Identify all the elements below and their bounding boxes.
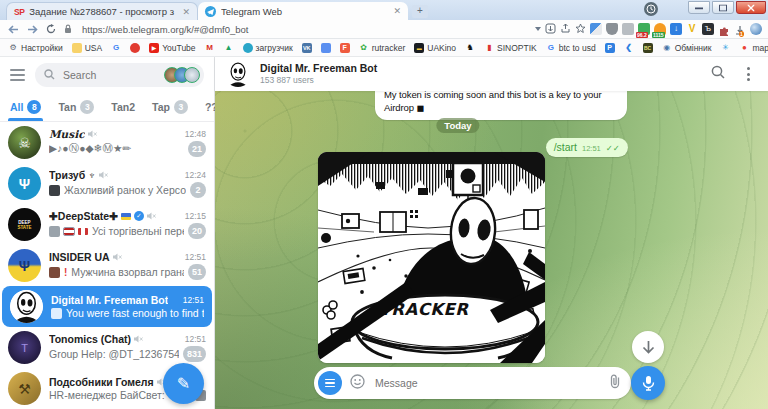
- clipboard-extension-icon[interactable]: [622, 23, 634, 35]
- translate-extension-icon[interactable]: [590, 23, 602, 35]
- drive-icon: ▲: [224, 43, 234, 53]
- emoji-icon[interactable]: [350, 374, 365, 393]
- bookmark-sinoptik[interactable]: ▮ SINOPTIK: [484, 43, 537, 53]
- bookmark-google[interactable]: G: [111, 43, 121, 53]
- avatar: [10, 290, 43, 323]
- menu-hamburger-icon[interactable]: [10, 69, 25, 81]
- lock-icon[interactable]: [64, 24, 72, 34]
- maximize-button[interactable]: [712, 1, 734, 14]
- chat-wallpaper: My token is coming soon and this bot is …: [215, 91, 768, 409]
- b-extension-icon[interactable]: Ъ: [702, 23, 714, 35]
- bookmark-f[interactable]: F: [340, 43, 350, 53]
- stories-avatars[interactable]: [164, 67, 200, 83]
- address-bar: https://web.telegram.org/k/#@dmf0_bot 96…: [0, 20, 768, 39]
- unread-count-badge: 3: [174, 100, 188, 114]
- chat-list-item-tryzub[interactable]: Ψ Тризуб ♆ 12:24 Жахливий ранок у Херсо.…: [0, 163, 214, 204]
- bookmark-kyivstar[interactable]: ✳: [721, 43, 731, 53]
- mute-icon: [147, 212, 156, 220]
- scroll-to-bottom-button[interactable]: [632, 331, 664, 363]
- chevron-down-icon[interactable]: [535, 27, 541, 34]
- v-extension-icon[interactable]: V: [686, 23, 698, 35]
- rating-extension-icon[interactable]: 96.2: [638, 23, 650, 35]
- search-icon[interactable]: [711, 65, 725, 83]
- shield-extension-icon[interactable]: [606, 23, 618, 35]
- map-pin-icon: ●: [740, 43, 750, 53]
- clock-icon[interactable]: [644, 2, 658, 16]
- close-button[interactable]: [736, 1, 766, 14]
- kebab-menu-icon[interactable]: [747, 67, 750, 81]
- chat-list-item-music[interactable]: ☠ Music 12:48 ▶♪●Ⓝ●◆❄Ⓜ★✏ 21: [0, 122, 214, 163]
- chat-list-sidebar: All 8 Tan 3 Tan2 Tap 3 ?? ☠ Music: [0, 57, 215, 409]
- bookmark-angle[interactable]: ❮: [624, 43, 634, 53]
- chat-list-item-freeman-bot-selected[interactable]: Digital Mr. Freeman Bot 12:51 You were f…: [2, 286, 212, 327]
- chat-list-item-insider-ua[interactable]: Ψ INSIDER UA 12:51 ! Мужчина взорвал гра…: [0, 245, 214, 286]
- bookmark-bc[interactable]: BC: [643, 43, 653, 53]
- folder-tab-all[interactable]: All 8: [10, 93, 41, 121]
- chat-avatar[interactable]: [225, 61, 251, 87]
- search-bar[interactable]: [35, 63, 204, 87]
- folder-tab-1[interactable]: Tan 3: [58, 93, 94, 121]
- refresh-icon[interactable]: [46, 24, 56, 34]
- video-downloader-extension-icon[interactable]: ↓: [670, 23, 682, 35]
- bookmark-yandex[interactable]: [130, 43, 140, 53]
- downloader-icon: [243, 43, 253, 53]
- bookmark-uakino[interactable]: ▬ UAKino: [414, 43, 456, 53]
- downloads-icon[interactable]: 1: [734, 23, 746, 35]
- bookmark-gmail[interactable]: M: [205, 43, 215, 53]
- url-text[interactable]: https://web.telegram.org/k/#@dmf0_bot: [82, 24, 535, 35]
- chat-title: Digital Mr. Freeman Bot: [260, 62, 377, 74]
- message-input[interactable]: [373, 376, 601, 390]
- google-icon: G: [546, 43, 556, 53]
- story-avatar[interactable]: [184, 67, 200, 83]
- usa-flag-icon: [64, 228, 74, 235]
- attach-paperclip-icon[interactable]: [609, 374, 621, 393]
- bot-commands-menu-button[interactable]: [318, 371, 342, 395]
- close-tab-icon[interactable]: ✕: [393, 6, 401, 16]
- bookmark-youtube[interactable]: ▶ YouTube: [149, 43, 195, 53]
- share-icon[interactable]: [560, 20, 571, 38]
- bookmark-btc[interactable]: G btc to usd: [546, 43, 596, 53]
- folder-tab-3[interactable]: Tap 3: [152, 93, 188, 121]
- new-tab-button[interactable]: +: [412, 5, 428, 18]
- folder-tab-2[interactable]: Tan2: [111, 93, 135, 121]
- bookmark-chess[interactable]: ♞: [465, 43, 475, 53]
- unread-badge: 21: [188, 141, 206, 157]
- google-icon: G: [111, 43, 121, 53]
- browser-tab-2-active[interactable]: Telegram Web ✕: [198, 2, 408, 20]
- bookmark-maps[interactable]: ● maps: [740, 43, 768, 53]
- profile-avatar[interactable]: [750, 23, 762, 35]
- bookmark-drive[interactable]: ▲: [224, 43, 234, 53]
- start-command-link[interactable]: /start: [554, 141, 577, 153]
- forward-icon[interactable]: [27, 25, 38, 34]
- bookmark-docs[interactable]: [321, 43, 331, 53]
- avatar: Ψ: [8, 249, 41, 282]
- bookmarks-bar: ⚙ Настройки USA G ▶ YouTube M ▲ загрузчи…: [0, 39, 768, 57]
- message-text: My token is coming soon and this bot is …: [384, 91, 602, 113]
- bookmark-vk[interactable]: VK: [302, 43, 312, 53]
- unread-badge: 20: [188, 223, 206, 239]
- bookmark-obminnyk[interactable]: ◉ Обмінник: [662, 43, 712, 53]
- photo-message[interactable]: TRACKER: [318, 152, 545, 363]
- new-message-button[interactable]: ✎: [163, 363, 204, 404]
- message-input-bar[interactable]: [314, 367, 631, 399]
- chat-list-item-tonomics[interactable]: T Tonomics (Chat) 12:51 Group Help: @DT_…: [0, 327, 214, 368]
- puzzle-extensions-icon[interactable]: [718, 23, 730, 35]
- avatar: ⚒: [8, 372, 41, 405]
- back-icon[interactable]: [8, 25, 19, 34]
- search-input[interactable]: [61, 68, 131, 82]
- voice-message-button[interactable]: [631, 366, 665, 400]
- bookmark-p[interactable]: P: [605, 43, 615, 53]
- folder-icon: [72, 43, 82, 53]
- browser-tab-1[interactable]: SP Задание №2788607 - просмотр з ✕: [6, 2, 198, 20]
- close-tab-icon[interactable]: ✕: [182, 7, 190, 17]
- bookmark-rutracker[interactable]: ✿ rutracker: [359, 43, 406, 53]
- chat-header[interactable]: Digital Mr. Freeman Bot 153 887 users: [215, 57, 768, 91]
- lock-extension-icon[interactable]: 1115: [654, 23, 666, 35]
- chat-list-item-deepstate[interactable]: DEEPSTATE ✚DeepState✚ ✓ 12:15 Усі торгів…: [0, 204, 214, 245]
- bookmark-settings[interactable]: ⚙ Настройки: [8, 43, 63, 53]
- minimize-button[interactable]: [688, 1, 710, 14]
- bookmark-downloader[interactable]: загрузчик: [243, 43, 293, 53]
- bookmark-star-icon[interactable]: [575, 20, 586, 38]
- bookmark-folder-usa[interactable]: USA: [72, 43, 102, 53]
- install-icon[interactable]: [545, 20, 556, 38]
